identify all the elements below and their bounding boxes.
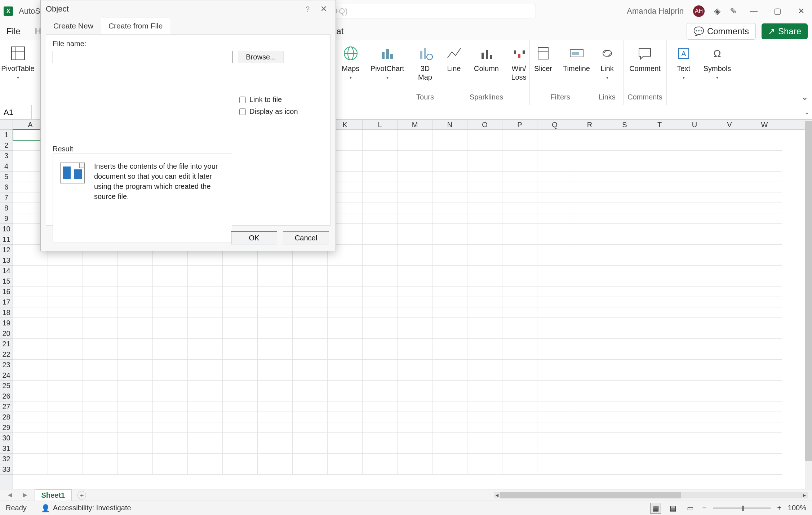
tab-create-new[interactable]: Create New — [46, 18, 101, 34]
cell[interactable] — [83, 307, 118, 318]
hscroll-left-icon[interactable]: ◄ — [494, 492, 500, 498]
cell[interactable] — [258, 297, 293, 307]
row-header[interactable]: 23 — [0, 360, 13, 370]
row-header[interactable]: 10 — [0, 224, 13, 234]
cell[interactable] — [467, 391, 502, 401]
cell[interactable] — [467, 297, 502, 307]
cell[interactable] — [118, 339, 153, 349]
ribbon-maps[interactable]: Maps ▾ — [338, 45, 363, 80]
cell[interactable] — [328, 266, 363, 276]
cell[interactable] — [607, 297, 642, 307]
cell[interactable] — [537, 161, 572, 172]
ribbon-3d-map[interactable]: 3D Map — [413, 45, 438, 81]
cell[interactable] — [13, 297, 48, 307]
cell[interactable] — [607, 213, 642, 224]
cell[interactable] — [712, 422, 747, 433]
cell[interactable] — [398, 130, 432, 140]
cell[interactable] — [677, 381, 712, 391]
cell[interactable] — [13, 318, 48, 328]
cell[interactable] — [188, 422, 223, 433]
pen-icon[interactable]: ✎ — [730, 6, 737, 16]
cell[interactable] — [572, 381, 607, 391]
cell[interactable] — [712, 349, 747, 360]
cell[interactable] — [153, 454, 188, 464]
row-header[interactable]: 26 — [0, 391, 13, 401]
cell[interactable] — [398, 381, 432, 391]
cell[interactable] — [607, 203, 642, 213]
cell[interactable] — [747, 443, 782, 454]
row-header[interactable]: 16 — [0, 287, 13, 297]
cell[interactable] — [188, 255, 223, 266]
cell[interactable] — [432, 307, 467, 318]
cell[interactable] — [188, 276, 223, 287]
cell[interactable] — [432, 391, 467, 401]
cell[interactable] — [13, 401, 48, 412]
cell[interactable] — [712, 255, 747, 266]
cell[interactable] — [747, 203, 782, 213]
cell[interactable] — [258, 370, 293, 381]
cell[interactable] — [607, 255, 642, 266]
cell[interactable] — [398, 266, 432, 276]
cell[interactable] — [572, 192, 607, 203]
cell[interactable] — [153, 328, 188, 339]
cell[interactable] — [293, 318, 328, 328]
ribbon-timeline[interactable]: Timeline — [563, 45, 590, 73]
cell[interactable] — [607, 276, 642, 287]
cell[interactable] — [677, 318, 712, 328]
cell[interactable] — [398, 255, 432, 266]
cell[interactable] — [607, 381, 642, 391]
cell[interactable] — [467, 245, 502, 255]
cell[interactable] — [432, 412, 467, 422]
cell[interactable] — [642, 276, 677, 287]
cell[interactable] — [677, 401, 712, 412]
cell[interactable] — [607, 349, 642, 360]
cell[interactable] — [328, 339, 363, 349]
cell[interactable] — [432, 161, 467, 172]
cell[interactable] — [432, 255, 467, 266]
cell[interactable] — [467, 192, 502, 203]
cell[interactable] — [398, 433, 432, 443]
cell[interactable] — [572, 307, 607, 318]
row-header[interactable]: 24 — [0, 370, 13, 381]
cell[interactable] — [153, 391, 188, 401]
row-header[interactable]: 32 — [0, 454, 13, 464]
cell[interactable] — [607, 161, 642, 172]
cell[interactable] — [502, 360, 537, 370]
cell[interactable] — [747, 454, 782, 464]
cell[interactable] — [712, 318, 747, 328]
cell[interactable] — [747, 182, 782, 192]
cell[interactable] — [747, 328, 782, 339]
cell[interactable] — [363, 349, 398, 360]
cell[interactable] — [83, 349, 118, 360]
cell[interactable] — [572, 287, 607, 297]
cell[interactable] — [363, 381, 398, 391]
cell[interactable] — [398, 464, 432, 475]
column-header[interactable]: Q — [537, 120, 572, 129]
cell[interactable] — [83, 318, 118, 328]
cell[interactable] — [537, 172, 572, 182]
cell[interactable] — [677, 192, 712, 203]
cell[interactable] — [153, 255, 188, 266]
cell[interactable] — [467, 203, 502, 213]
cell[interactable] — [572, 433, 607, 443]
cell[interactable] — [223, 276, 258, 287]
cell[interactable] — [432, 213, 467, 224]
cell[interactable] — [48, 422, 83, 433]
cell[interactable] — [293, 255, 328, 266]
cell[interactable] — [118, 391, 153, 401]
cell[interactable] — [223, 360, 258, 370]
cell[interactable] — [467, 454, 502, 464]
cell[interactable] — [258, 360, 293, 370]
cell[interactable] — [13, 287, 48, 297]
cell[interactable] — [677, 328, 712, 339]
cell[interactable] — [398, 370, 432, 381]
cell[interactable] — [13, 454, 48, 464]
cell[interactable] — [363, 443, 398, 454]
cell[interactable] — [712, 140, 747, 151]
cell[interactable] — [398, 454, 432, 464]
cell[interactable] — [83, 401, 118, 412]
cell[interactable] — [223, 412, 258, 422]
cell[interactable] — [502, 151, 537, 161]
cell[interactable] — [293, 381, 328, 391]
cell[interactable] — [83, 339, 118, 349]
